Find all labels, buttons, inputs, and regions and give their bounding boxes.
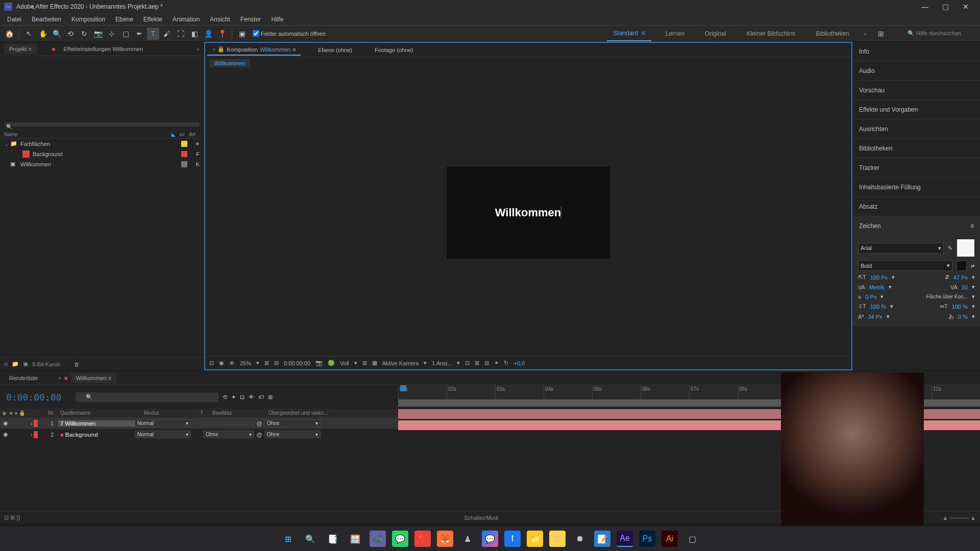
- tab-ebene[interactable]: Ebene (ohne): [313, 45, 357, 55]
- panel-overflow[interactable]: »: [197, 46, 200, 52]
- snapshot-btn[interactable]: 📷: [315, 360, 323, 366]
- expand-icon[interactable]: ⌄: [4, 141, 10, 147]
- trash-btn[interactable]: 🗑: [74, 361, 80, 367]
- panel-zeichen[interactable]: Zeichen ≡ ↖: [853, 216, 980, 236]
- project-search[interactable]: [4, 122, 200, 127]
- app-red[interactable]: 🔴: [414, 531, 431, 547]
- orbit-tool[interactable]: ⟲: [64, 28, 77, 40]
- hscale[interactable]: 100 %: [952, 304, 968, 310]
- widgets[interactable]: 🪟: [347, 531, 363, 547]
- timeline-search[interactable]: 🔍: [76, 392, 218, 402]
- search-button[interactable]: 🔍: [302, 531, 318, 547]
- col-color-sort[interactable]: ◣: [172, 132, 176, 137]
- explorer[interactable]: 📁: [527, 531, 543, 547]
- blend-mode-select[interactable]: Normal▾: [135, 431, 191, 438]
- workspace-settings[interactable]: ⊞: [875, 28, 887, 40]
- fill-color[interactable]: [957, 239, 975, 257]
- firefox[interactable]: 🦊: [437, 531, 453, 547]
- panel-tracker[interactable]: Tracker: [853, 158, 980, 178]
- menu-ansicht[interactable]: Ansicht: [205, 14, 235, 25]
- brush-tool[interactable]: 🖌: [161, 28, 173, 40]
- v-btn2[interactable]: ⊞: [475, 360, 479, 366]
- channel-btn[interactable]: ◉: [219, 360, 224, 366]
- camera-tool[interactable]: 📷: [92, 28, 104, 40]
- tl-zoom-out[interactable]: ▲: [942, 515, 948, 521]
- panel-vorschau[interactable]: Vorschau: [853, 81, 980, 100]
- v-btn5[interactable]: ↻: [504, 360, 508, 366]
- obs[interactable]: ⏺: [572, 531, 588, 547]
- eyedropper-icon[interactable]: ✎: [948, 245, 952, 252]
- tl-close-icon[interactable]: ×: [58, 375, 61, 381]
- exposure-value[interactable]: +0,0: [513, 360, 525, 366]
- parent-select[interactable]: Ohne▾: [264, 419, 321, 427]
- schalter-modi-toggle[interactable]: Schalter/Modi: [464, 515, 498, 521]
- timeline-timecode[interactable]: 0:00:00:00: [6, 392, 61, 403]
- panel-info[interactable]: Info: [853, 42, 980, 61]
- app-chess[interactable]: ♟: [459, 531, 476, 547]
- panel-ausrichten[interactable]: Ausrichten: [853, 119, 980, 139]
- layer-row-1[interactable]: ◉› 1 T Willkommen Normal▾ @ Ohne▾: [0, 418, 398, 429]
- res-btn2[interactable]: ⊟: [274, 360, 279, 366]
- lock-icon[interactable]: 🔒: [217, 46, 225, 53]
- breadcrumb-item[interactable]: Willkommen: [209, 59, 250, 67]
- workspace-lernen[interactable]: Lernen: [659, 30, 691, 37]
- font-style-select[interactable]: Bold▾: [858, 260, 952, 271]
- composition-viewer[interactable]: Willkommen: [205, 69, 851, 356]
- tl-btn3[interactable]: ⊡: [240, 394, 244, 400]
- clone-tool[interactable]: ⛶: [175, 28, 187, 40]
- stroke-color[interactable]: [957, 261, 967, 271]
- parent-pickwhip[interactable]: @: [254, 420, 264, 427]
- kerning-val[interactable]: Metrik: [869, 284, 885, 290]
- grid-btn[interactable]: ⊞: [362, 360, 367, 366]
- v-btn1[interactable]: ⊡: [465, 360, 470, 366]
- editor[interactable]: 📝: [594, 531, 610, 547]
- menu-ebene[interactable]: Ebene: [110, 14, 138, 25]
- tab-effekteinstellungen[interactable]: Effekteinstellungen Willkommen: [58, 44, 148, 54]
- panel-absatz[interactable]: Absatz: [853, 197, 980, 216]
- col-t[interactable]: T: [198, 410, 210, 416]
- hand-tool[interactable]: ✋: [37, 28, 49, 40]
- panel-effekte[interactable]: Effekte und Vorgaben: [853, 100, 980, 119]
- blend-mode-select[interactable]: Normal▾: [135, 419, 191, 427]
- tsume[interactable]: 0 %: [958, 314, 968, 320]
- tl-btn1[interactable]: ⟲: [223, 394, 227, 400]
- col-name[interactable]: Name: [4, 132, 159, 137]
- workspace-bibliotheken[interactable]: Bibliotheken: [810, 30, 855, 37]
- proj-solid-background[interactable]: Background F: [0, 149, 204, 159]
- tl-btn4[interactable]: 👁: [249, 394, 254, 400]
- track-matte-select[interactable]: Ohne▾: [203, 431, 254, 438]
- tl-zoom-slider[interactable]: ○────: [949, 515, 969, 521]
- visibility-toggle[interactable]: ◉: [3, 431, 8, 438]
- resolution-select[interactable]: Voll: [340, 360, 349, 366]
- mask-btn[interactable]: 👁: [229, 360, 235, 366]
- after-effects[interactable]: Ae: [617, 531, 633, 547]
- tl-f-btn3[interactable]: {}: [16, 514, 20, 520]
- menu-fenster[interactable]: Fenster: [235, 14, 266, 25]
- panel-audio[interactable]: Audio: [853, 61, 980, 81]
- layer-row-2[interactable]: ◉› 2 ■ Background Normal▾ Ohne▾ @ Ohne▾: [0, 429, 398, 440]
- anchor-tool[interactable]: ⊹: [106, 28, 118, 40]
- layer-color[interactable]: [34, 420, 38, 427]
- pen-tool[interactable]: ✒: [133, 28, 145, 40]
- track-matte-select[interactable]: [203, 422, 254, 424]
- home-tool[interactable]: 🏠: [3, 28, 15, 40]
- v-btn3[interactable]: ⊟: [484, 360, 489, 366]
- parent-select[interactable]: Ohne▾: [264, 431, 321, 438]
- col-nr[interactable]: Nr.: [46, 410, 58, 416]
- tl-btn6[interactable]: ⊞: [268, 394, 273, 400]
- color-btn[interactable]: 🟢: [328, 360, 335, 366]
- col-label-icon[interactable]: 🏷: [180, 132, 185, 137]
- menu-effekte[interactable]: Effekte: [138, 14, 167, 25]
- zoom-tool[interactable]: 🔍: [51, 28, 63, 40]
- proj-comp-willkommen[interactable]: ▣ Willkommen K: [0, 159, 204, 169]
- swap-color-icon[interactable]: ⇄: [971, 263, 975, 268]
- tl-zoom-in[interactable]: ▲: [970, 515, 976, 521]
- expand-layer[interactable]: ›: [31, 432, 33, 438]
- col-modus[interactable]: Modus: [142, 410, 198, 416]
- notes[interactable]: 🗒: [549, 531, 566, 547]
- tab-renderliste[interactable]: Renderliste: [4, 373, 43, 383]
- selection-tool[interactable]: ↖: [23, 28, 35, 40]
- tl-btn2[interactable]: ✦: [231, 394, 236, 400]
- depth-select[interactable]: 8-Bit-Kanal: [32, 361, 60, 367]
- tl-f-btn1[interactable]: ⊡: [4, 514, 9, 520]
